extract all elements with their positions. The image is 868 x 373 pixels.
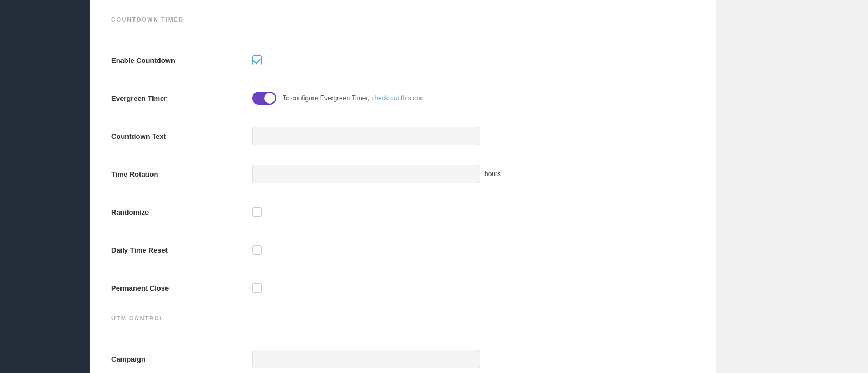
daily-time-reset-control: [252, 245, 694, 255]
permanent-close-row: Permanent Close: [111, 277, 694, 299]
sidebar: [0, 0, 90, 373]
time-rotation-row: Time Rotation hours: [111, 163, 694, 185]
countdown-timer-section: COUNTDOWN TIMER Enable Countdown Evergre…: [111, 16, 694, 299]
section-divider-1: [111, 38, 694, 38]
time-rotation-input-group: hours: [252, 165, 501, 183]
main-content: COUNTDOWN TIMER Enable Countdown Evergre…: [90, 0, 716, 373]
enable-countdown-row: Enable Countdown: [111, 49, 694, 71]
campaign-control: [252, 350, 694, 368]
evergreen-timer-row: Evergreen Timer To configure Evergreen T…: [111, 87, 694, 109]
permanent-close-control: [252, 283, 694, 293]
enable-countdown-checkbox[interactable]: [252, 55, 262, 65]
time-rotation-input[interactable]: [252, 165, 480, 183]
enable-countdown-label: Enable Countdown: [111, 56, 252, 65]
daily-time-reset-label: Daily Time Reset: [111, 246, 252, 254]
evergreen-doc-link[interactable]: check out this doc: [371, 94, 423, 102]
time-rotation-control: hours: [252, 165, 694, 183]
time-rotation-suffix: hours: [484, 170, 501, 178]
evergreen-timer-control: To configure Evergreen Timer, check out …: [252, 92, 694, 105]
section-divider-2: [111, 337, 694, 337]
countdown-text-label: Countdown Text: [111, 132, 252, 140]
enable-countdown-control: [252, 55, 694, 65]
campaign-row: Campaign: [111, 348, 694, 370]
daily-time-reset-row: Daily Time Reset: [111, 239, 694, 261]
permanent-close-label: Permanent Close: [111, 284, 252, 292]
randomize-row: Randomize: [111, 201, 694, 223]
utm-section-title: UTM CONTROL: [111, 315, 694, 326]
randomize-label: Randomize: [111, 208, 252, 216]
time-rotation-label: Time Rotation: [111, 170, 252, 178]
permanent-close-checkbox[interactable]: [252, 283, 262, 293]
utm-control-section: UTM CONTROL Campaign: [111, 315, 694, 370]
campaign-label: Campaign: [111, 355, 252, 363]
randomize-control: [252, 207, 694, 217]
randomize-checkbox[interactable]: [252, 207, 262, 217]
evergreen-timer-label: Evergreen Timer: [111, 94, 252, 102]
countdown-section-title: COUNTDOWN TIMER: [111, 16, 694, 27]
countdown-text-row: Countdown Text: [111, 125, 694, 147]
evergreen-timer-toggle[interactable]: [252, 92, 276, 105]
evergreen-helper-text: To configure Evergreen Timer, check out …: [283, 94, 423, 102]
campaign-input[interactable]: [252, 350, 480, 368]
countdown-text-control: [252, 127, 694, 145]
countdown-text-input[interactable]: [252, 127, 480, 145]
daily-time-reset-checkbox[interactable]: [252, 245, 262, 255]
toggle-knob: [264, 93, 275, 104]
right-panel: [716, 0, 868, 373]
